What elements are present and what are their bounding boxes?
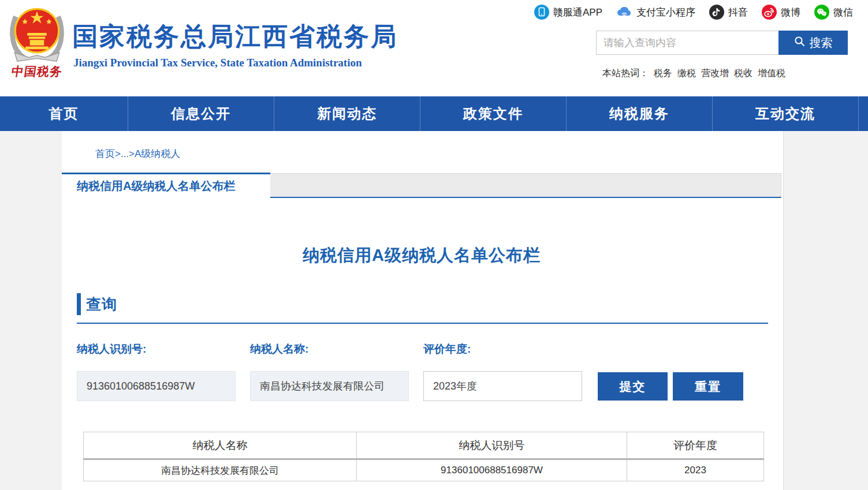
- hot-word-link[interactable]: 税务: [654, 68, 672, 80]
- site-logo[interactable]: 中国税务: [5, 2, 69, 82]
- evaluation-year-select[interactable]: 2023年度: [423, 371, 582, 401]
- hot-word-link[interactable]: 营改增: [701, 68, 729, 80]
- logo-caption: 中国税务: [10, 63, 64, 80]
- alipay-cloud-icon: [616, 5, 632, 20]
- site-title: 国家税务总局江西省税务局: [72, 20, 398, 54]
- cell-taxpayer-id: 91360100688516987W: [357, 459, 627, 481]
- column-header-taxpayer-name: 纳税人名称: [84, 432, 357, 459]
- site-header: 中国税务 国家税务总局江西省税务局 Jiangxi Provincial Tax…: [0, 0, 868, 96]
- social-link-wechat[interactable]: 微信: [814, 5, 853, 20]
- nav-item-info-disclosure[interactable]: 信息公开: [128, 96, 274, 131]
- tablet-app-icon: [534, 5, 549, 20]
- evaluation-year-value: 2023年度: [433, 379, 477, 393]
- nav-item-interaction[interactable]: 互动交流: [713, 96, 859, 131]
- tab-bar-filler: [270, 173, 781, 198]
- hot-word-link[interactable]: 税收: [734, 68, 752, 80]
- taxpayer-name-input[interactable]: [250, 371, 409, 401]
- query-section-heading: 查询: [77, 293, 117, 315]
- column-header-taxpayer-id: 纳税人识别号: [357, 432, 627, 459]
- social-label: 微博: [781, 6, 800, 19]
- evaluation-year-label: 评价年度:: [423, 342, 471, 357]
- hot-word-link[interactable]: 增值税: [758, 68, 785, 80]
- weibo-icon: [762, 5, 777, 20]
- taxpayer-id-label: 纳税人识别号:: [77, 342, 146, 357]
- taxpayer-name-label: 纳税人名称:: [250, 342, 308, 357]
- social-label: 支付宝小程序: [636, 6, 695, 19]
- tab-a-level-taxpayer-list[interactable]: 纳税信用A级纳税人名单公布栏: [62, 173, 270, 198]
- social-link-douyin[interactable]: 抖音: [709, 5, 748, 20]
- social-links: 赣服通APP 支付宝小程序 抖音 微博 微信: [534, 5, 853, 20]
- taxpayer-id-input[interactable]: [77, 371, 236, 401]
- tax-emblem-icon: [7, 54, 67, 64]
- query-divider: [77, 323, 768, 324]
- site-subtitle: Jiangxi Provincial Tax Service, State Ta…: [73, 57, 362, 69]
- site-search: 搜索: [596, 31, 848, 55]
- social-link-weibo[interactable]: 微博: [762, 5, 800, 20]
- hot-words: 本站热词： 税务 缴税 营改增 税收 增值税: [602, 68, 785, 80]
- social-label: 抖音: [728, 6, 748, 19]
- main-nav: 首页 信息公开 新闻动态 政策文件 纳税服务 互动交流: [0, 96, 868, 131]
- submit-button[interactable]: 提交: [598, 372, 668, 401]
- result-table: 纳税人名称 纳税人识别号 评价年度 南昌协达科技发展有限公司 913601006…: [83, 432, 764, 481]
- nav-item-tax-services[interactable]: 纳税服务: [567, 96, 713, 131]
- cell-evaluation-year: 2023: [627, 459, 764, 481]
- reset-button[interactable]: 重置: [673, 372, 743, 401]
- content-container: 首页>...>A级纳税人 纳税信用A级纳税人名单公布栏 纳税信用A级纳税人名单公…: [62, 131, 784, 490]
- cell-taxpayer-name: 南昌协达科技发展有限公司: [84, 459, 357, 481]
- column-header-evaluation-year: 评价年度: [627, 432, 764, 459]
- hot-word-link[interactable]: 缴税: [677, 68, 696, 80]
- page-title: 纳税信用A级纳税人名单公布栏: [62, 244, 781, 267]
- search-icon: [794, 36, 805, 50]
- search-input[interactable]: [596, 31, 778, 55]
- social-label: 赣服通APP: [553, 6, 602, 19]
- tab-bar: 纳税信用A级纳税人名单公布栏: [62, 173, 781, 198]
- heading-accent-bar: [77, 293, 81, 315]
- breadcrumb[interactable]: 首页>...>A级纳税人: [95, 147, 180, 160]
- table-row: 南昌协达科技发展有限公司 91360100688516987W 2023: [84, 459, 764, 481]
- nav-overflow: [859, 96, 868, 131]
- douyin-icon: [709, 5, 724, 20]
- hot-words-label: 本站热词：: [602, 68, 649, 80]
- nav-item-policy-documents[interactable]: 政策文件: [420, 96, 567, 131]
- nav-item-home[interactable]: 首页: [0, 96, 128, 131]
- search-button-label: 搜索: [810, 35, 833, 51]
- nav-item-news[interactable]: 新闻动态: [274, 96, 420, 131]
- query-heading-label: 查询: [86, 294, 117, 315]
- wechat-icon: [814, 5, 829, 20]
- table-header-row: 纳税人名称 纳税人识别号 评价年度: [84, 432, 764, 459]
- search-button[interactable]: 搜索: [778, 31, 848, 55]
- social-label: 微信: [833, 6, 853, 19]
- social-link-alipay-miniprogram[interactable]: 支付宝小程序: [616, 5, 695, 20]
- social-link-ganfutong[interactable]: 赣服通APP: [534, 5, 602, 20]
